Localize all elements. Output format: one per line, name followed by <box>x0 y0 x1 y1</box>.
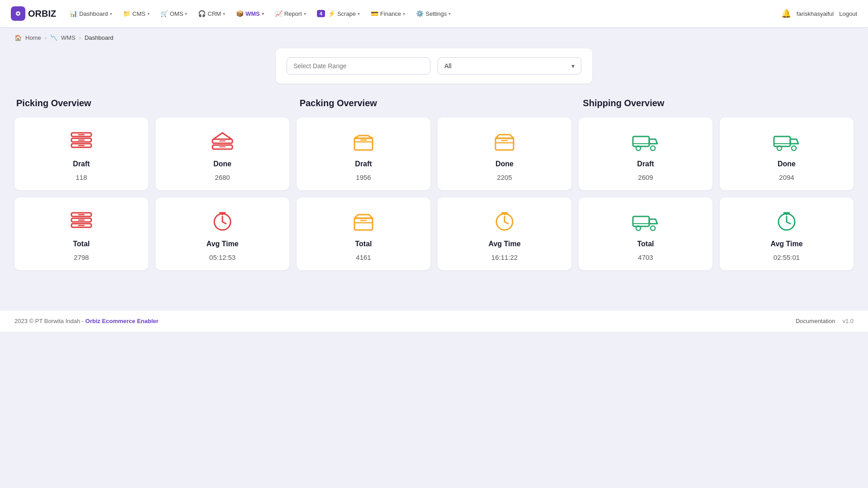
shipping-draft-card[interactable]: Draft 2609 <box>579 117 712 190</box>
packing-total-label: Total <box>355 240 372 248</box>
nav-oms[interactable]: 🛒 OMS ▾ <box>156 6 192 21</box>
svg-point-1 <box>17 13 19 14</box>
settings-icon: ⚙️ <box>416 10 424 17</box>
chevron-down-icon: ▾ <box>110 11 112 16</box>
scrape-icon: ⚡ <box>328 10 335 17</box>
picking-total-icon <box>70 210 93 235</box>
category-select[interactable]: All ▾ <box>438 57 581 75</box>
shipping-draft-icon <box>632 130 659 155</box>
nav-finance-label: Finance <box>380 10 401 17</box>
chevron-down-icon: ▾ <box>185 11 187 16</box>
nav-settings[interactable]: ⚙️ Settings ▾ <box>411 6 455 21</box>
chevron-down-icon: ▾ <box>571 62 575 70</box>
nav-cms-label: CMS <box>132 10 146 17</box>
footer-copyright: 2023 © PT Borwita Indah - Orbiz Ecommerc… <box>14 318 159 324</box>
shipping-total-card[interactable]: Total 4703 <box>579 197 712 270</box>
nav-dashboard[interactable]: 📊 Dashboard ▾ <box>65 6 117 21</box>
breadcrumb-wms[interactable]: WMS <box>61 34 75 41</box>
shipping-done-label: Done <box>778 160 796 168</box>
nav-report-label: Report <box>284 10 302 17</box>
nav-crm-label: CRM <box>208 10 221 17</box>
picking-done-label: Done <box>213 160 231 168</box>
notification-bell-icon[interactable]: 🔔 <box>781 9 791 19</box>
shipping-done-value: 2094 <box>779 174 794 181</box>
nav-wms[interactable]: 📦 WMS ▾ <box>231 6 269 21</box>
logout-button[interactable]: Logout <box>839 10 857 17</box>
nav-scrape[interactable]: 4 ⚡ Scrape ▾ <box>312 6 364 21</box>
cms-icon: 📁 <box>123 10 131 17</box>
user-name[interactable]: fariskhasyaiful <box>797 10 834 17</box>
packing-total-icon <box>352 210 375 235</box>
svg-rect-12 <box>774 136 790 146</box>
cards-row-1: Draft 118 Done 2680 <box>14 117 854 190</box>
breadcrumb: 🏠 Home › 📉 WMS › Dashboard <box>0 27 868 48</box>
packing-avgtime-value: 16:11:22 <box>491 253 518 261</box>
footer-documentation-link[interactable]: Documentation <box>796 318 835 324</box>
chevron-down-icon: ▾ <box>223 11 225 16</box>
packing-draft-card[interactable]: Draft 1956 <box>297 117 430 190</box>
packing-avgtime-label: Avg Time <box>488 240 520 248</box>
svg-point-14 <box>792 146 796 150</box>
packing-total-card[interactable]: Total 4161 <box>297 197 430 270</box>
picking-overview-title: Picking Overview <box>14 98 287 108</box>
nav-report[interactable]: 📈 Report ▾ <box>270 6 311 21</box>
report-icon: 📈 <box>275 10 283 17</box>
navbar: ORBIZ 📊 Dashboard ▾ 📁 CMS ▾ 🛒 OMS ▾ 🎧 CR… <box>0 0 868 27</box>
picking-avgtime-value: 05:12:53 <box>209 253 236 261</box>
footer-version: v1.0 <box>842 318 854 324</box>
filter-bar: All ▾ <box>276 48 592 84</box>
picking-draft-card[interactable]: Draft 118 <box>14 117 148 190</box>
chevron-down-icon: ▾ <box>358 11 360 16</box>
nav-right: 🔔 fariskhasyaiful Logout <box>781 9 857 19</box>
chevron-down-icon: ▾ <box>262 11 264 16</box>
chevron-down-icon: ▾ <box>448 11 451 16</box>
home-icon: 🏠 <box>14 34 22 41</box>
picking-total-card[interactable]: Total 2798 <box>14 197 148 270</box>
picking-avgtime-label: Avg Time <box>206 240 238 248</box>
chevron-down-icon: ▾ <box>403 11 405 16</box>
breadcrumb-current: Dashboard <box>85 34 113 41</box>
nav-cms[interactable]: 📁 CMS ▾ <box>118 6 154 21</box>
brand-logo[interactable]: ORBIZ <box>11 6 56 21</box>
nav-finance[interactable]: 💳 Finance ▾ <box>366 6 410 21</box>
packing-total-value: 4161 <box>356 253 371 261</box>
shipping-done-card[interactable]: Done 2094 <box>720 117 854 190</box>
crm-icon: 🎧 <box>198 10 206 17</box>
packing-avgtime-icon <box>494 210 515 235</box>
picking-done-icon <box>211 130 234 155</box>
picking-done-value: 2680 <box>215 174 230 181</box>
footer-brand-link[interactable]: Orbiz Ecommerce Enabler <box>85 318 159 324</box>
date-range-input[interactable] <box>287 57 430 75</box>
footer: 2023 © PT Borwita Indah - Orbiz Ecommerc… <box>0 310 868 332</box>
select-value: All <box>444 62 452 70</box>
svg-rect-21 <box>633 216 649 226</box>
picking-draft-value: 118 <box>75 174 87 181</box>
picking-draft-label: Draft <box>73 160 90 168</box>
packing-done-label: Done <box>495 160 514 168</box>
nav-oms-label: OMS <box>170 10 184 17</box>
finance-icon: 💳 <box>371 10 378 17</box>
nav-scrape-label: Scrape <box>337 10 356 17</box>
cards-row-2: Total 2798 Avg Time 05:12:53 <box>14 197 854 270</box>
footer-right: Documentation v1.0 <box>796 318 854 324</box>
shipping-avgtime-card[interactable]: Avg Time 02:55:01 <box>720 197 854 270</box>
shipping-overview-title: Shipping Overview <box>581 98 854 108</box>
svg-point-23 <box>651 226 655 230</box>
shipping-total-icon <box>632 210 659 235</box>
picking-avgtime-card[interactable]: Avg Time 05:12:53 <box>156 197 289 270</box>
packing-avgtime-card[interactable]: Avg Time 16:11:22 <box>438 197 571 270</box>
nav-crm[interactable]: 🎧 CRM ▾ <box>193 6 230 21</box>
packing-done-card[interactable]: Done 2205 <box>438 117 571 190</box>
chevron-down-icon: ▾ <box>147 11 150 16</box>
packing-draft-value: 1956 <box>356 174 371 181</box>
shipping-avgtime-icon <box>776 210 797 235</box>
wms-icon: 📦 <box>236 10 244 17</box>
breadcrumb-home[interactable]: Home <box>25 34 41 41</box>
nav-wms-label: WMS <box>245 10 260 17</box>
scrape-badge: 4 <box>317 10 325 17</box>
nav-settings-label: Settings <box>425 10 447 17</box>
shipping-total-value: 4703 <box>638 253 653 261</box>
chevron-down-icon: ▾ <box>304 11 306 16</box>
picking-done-card[interactable]: Done 2680 <box>156 117 289 190</box>
main-content: All ▾ Picking Overview Packing Overview … <box>0 48 868 296</box>
